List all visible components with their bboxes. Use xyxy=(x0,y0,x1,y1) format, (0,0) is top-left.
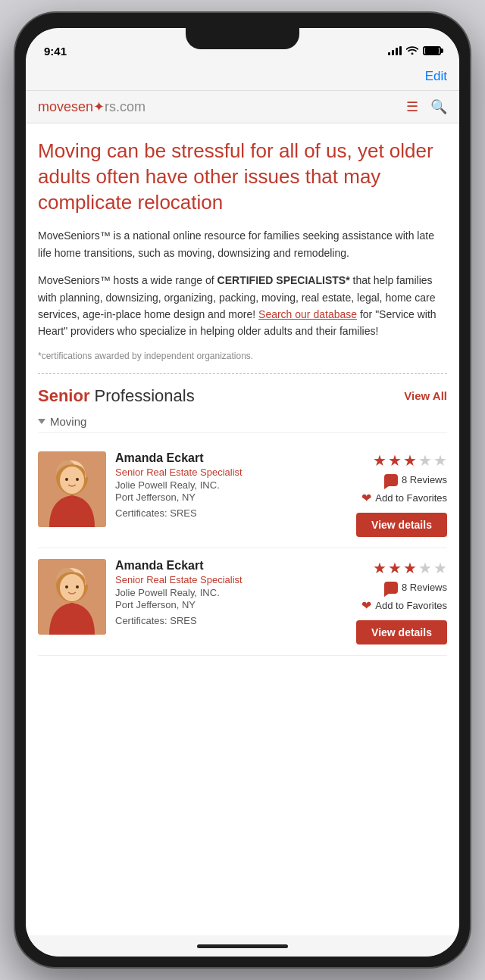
intro-paragraph-2: MoveSeniors™ hosts a wide range of CERTI… xyxy=(38,272,447,340)
signal-bars-icon xyxy=(388,46,402,55)
reviews-button[interactable]: 8 Reviews xyxy=(384,474,447,486)
pro-rating-area: ★ ★ ★ ★ ★ 8 Reviews ❤ Add to Favori xyxy=(356,451,447,537)
hero-title: Moving can be stressful for all of us, y… xyxy=(38,139,447,215)
browser-toolbar: Edit xyxy=(26,66,459,91)
pro-certs: Certificates: SRES xyxy=(115,615,347,626)
view-details-button[interactable]: View details xyxy=(356,513,447,537)
pro-company: Jolie Powell Realy, INC. xyxy=(115,587,347,598)
star-rating: ★ ★ ★ ★ ★ xyxy=(373,451,447,470)
battery-icon xyxy=(423,46,441,55)
pro-info: Amanda Eckart Senior Real Estate Special… xyxy=(115,559,347,626)
triangle-down-icon xyxy=(38,419,45,424)
status-time: 9:41 xyxy=(44,45,67,58)
chat-bubble-icon xyxy=(384,582,398,594)
svg-point-10 xyxy=(65,585,68,588)
category-name: Moving xyxy=(50,415,86,428)
star-1: ★ xyxy=(373,451,386,470)
status-bar: 9:41 xyxy=(26,28,459,66)
wifi-icon xyxy=(406,45,418,57)
add-to-favorites-button[interactable]: ❤ Add to Favorites xyxy=(361,491,447,505)
pro-location: Port Jefferson, NY xyxy=(115,599,347,610)
pro-rating-area: ★ ★ ★ ★ ★ 8 Reviews ❤ Add to Favori xyxy=(356,559,447,644)
chat-bubble-icon xyxy=(384,474,398,486)
intro-paragraph-1: MoveSeniors™ is a national online resour… xyxy=(38,227,447,261)
phone-frame: 9:41 xyxy=(15,13,470,967)
main-content: Moving can be stressful for all of us, y… xyxy=(26,123,459,671)
professional-card: Amanda Eckart Senior Real Estate Special… xyxy=(38,441,447,548)
edit-button[interactable]: Edit xyxy=(425,69,447,84)
pro-certs: Certificates: SRES xyxy=(115,507,347,519)
web-content: movesen✦rs.com ☰ 🔍 Moving can be stressf… xyxy=(26,91,459,935)
section-header: Senior Professionals View All xyxy=(38,386,447,406)
cert-note: *certifications awarded by independent o… xyxy=(38,351,447,361)
search-icon[interactable]: 🔍 xyxy=(430,98,447,115)
view-details-button[interactable]: View details xyxy=(356,620,447,644)
phone-screen: 9:41 xyxy=(26,28,459,957)
view-all-link[interactable]: View All xyxy=(404,389,447,402)
star-2: ★ xyxy=(388,559,402,577)
pro-info: Amanda Eckart Senior Real Estate Special… xyxy=(115,451,347,519)
reviews-button[interactable]: 8 Reviews xyxy=(384,582,447,594)
star-3: ★ xyxy=(403,559,417,577)
professional-photo xyxy=(38,559,106,635)
header-icons: ☰ 🔍 xyxy=(406,98,447,115)
star-5: ★ xyxy=(433,451,447,470)
pro-title: Senior Real Estate Specialist xyxy=(115,467,347,478)
pro-name: Amanda Eckart xyxy=(115,451,347,465)
status-icons xyxy=(388,45,441,57)
star-2: ★ xyxy=(388,451,402,470)
site-header: movesen✦rs.com ☰ 🔍 xyxy=(26,91,459,123)
pro-title: Senior Real Estate Specialist xyxy=(115,574,347,585)
star-1: ★ xyxy=(373,559,386,577)
section-divider xyxy=(38,373,447,374)
search-database-link[interactable]: Search our database xyxy=(258,308,357,320)
heart-icon: ❤ xyxy=(361,491,371,505)
svg-point-9 xyxy=(60,574,84,601)
category-label: Moving xyxy=(38,415,447,433)
svg-point-3 xyxy=(60,467,84,494)
star-3: ★ xyxy=(403,451,417,470)
professional-photo xyxy=(38,451,106,527)
svg-point-4 xyxy=(65,478,68,481)
site-logo: movesen✦rs.com xyxy=(38,98,146,115)
professional-card: Amanda Eckart Senior Real Estate Special… xyxy=(38,548,447,656)
pro-company: Jolie Powell Realy, INC. xyxy=(115,479,347,491)
add-to-favorites-button[interactable]: ❤ Add to Favorites xyxy=(361,598,447,613)
section-title: Senior Professionals xyxy=(38,386,195,406)
svg-point-5 xyxy=(76,478,79,481)
star-5: ★ xyxy=(433,559,447,577)
svg-point-11 xyxy=(76,585,79,588)
home-bar xyxy=(197,944,288,948)
star-4: ★ xyxy=(418,451,432,470)
pro-name: Amanda Eckart xyxy=(115,559,347,573)
heart-icon: ❤ xyxy=(361,598,371,613)
star-rating: ★ ★ ★ ★ ★ xyxy=(373,559,447,577)
home-indicator xyxy=(26,935,459,957)
hamburger-menu-icon[interactable]: ☰ xyxy=(406,98,418,115)
pro-location: Port Jefferson, NY xyxy=(115,492,347,503)
notch xyxy=(186,28,299,49)
star-4: ★ xyxy=(418,559,432,577)
